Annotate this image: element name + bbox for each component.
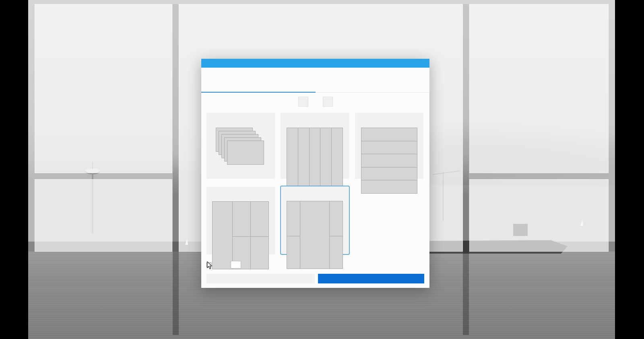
zone-gap: [173, 4, 179, 335]
fancyzones-layout-dialog: [201, 59, 429, 288]
zone-count-increase-button[interactable]: [323, 97, 333, 107]
grid-preview: [213, 202, 269, 269]
template-card-priority-grid[interactable]: [280, 186, 350, 255]
rows-preview: [361, 128, 417, 194]
tab-templates[interactable]: [201, 82, 316, 93]
zone-count-decrease-button[interactable]: [298, 97, 308, 107]
tab-custom[interactable]: [316, 82, 430, 93]
template-card-rows[interactable]: [355, 113, 423, 179]
dialog-titlebar[interactable]: [201, 59, 429, 68]
edit-selected-layout-button[interactable]: [206, 274, 315, 283]
mouse-cursor: [207, 261, 213, 270]
template-card-focus[interactable]: [206, 113, 275, 179]
columns-preview: [287, 128, 343, 194]
tab-bar: [201, 82, 429, 93]
template-card-grid[interactable]: [206, 187, 275, 254]
zone-overlay-left-bottom: [35, 179, 172, 252]
priority-grid-preview: [287, 201, 343, 269]
screen: [0, 0, 644, 339]
template-card-columns[interactable]: [281, 113, 349, 179]
zone-gap: [463, 4, 469, 335]
zone-overlay-right-bottom: [469, 179, 609, 252]
zone-overlay-right-top: [469, 4, 609, 173]
apply-button[interactable]: [318, 274, 424, 283]
space-around-zones-input[interactable]: [231, 261, 241, 269]
focus-preview: [213, 128, 269, 174]
zone-count-stepper: [201, 97, 429, 107]
zone-overlay-left-top: [35, 4, 172, 173]
